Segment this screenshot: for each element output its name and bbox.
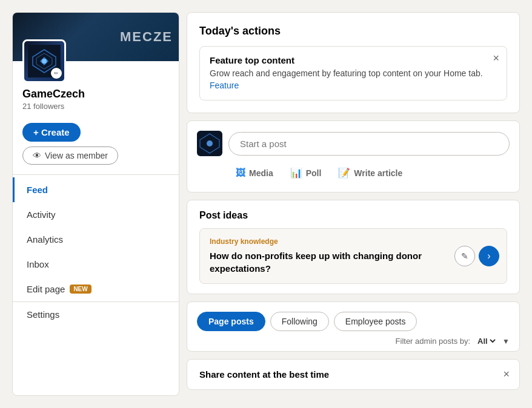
post-ideas-card: Post ideas Industry knowledge How do non… (187, 200, 520, 294)
idea-card: Industry knowledge How do non-profits ke… (199, 228, 507, 284)
sidebar: MECZE ✏ GameCzech 21 followers + Create (12, 12, 179, 396)
feature-link[interactable]: Feature (210, 81, 239, 90)
article-icon: 📝 (338, 167, 350, 179)
edit-pencil-icon[interactable]: ✏ (51, 68, 62, 79)
view-member-button[interactable]: 👁 View as member (22, 146, 118, 165)
svg-point-4 (42, 59, 47, 64)
sidebar-info: GameCzech 21 followers (13, 88, 179, 118)
tabs-section: Page posts Following Employee posts Filt… (187, 301, 520, 352)
svg-point-7 (207, 140, 213, 146)
settings-label: Settings (27, 309, 59, 320)
chevron-right-icon: › (487, 251, 490, 262)
eye-icon: 👁 (33, 151, 41, 160)
next-idea-button[interactable]: › (479, 246, 499, 266)
todays-actions-title: Today's actions (199, 25, 507, 38)
close-icon[interactable]: × (493, 53, 499, 64)
media-label: Media (249, 168, 273, 178)
main-content: Today's actions Feature top content Grow… (187, 12, 520, 396)
view-member-label: View as member (45, 151, 108, 160)
feed-label: Feed (27, 185, 48, 195)
avatar-wrap: ✏ (13, 39, 179, 83)
todays-actions-card: Today's actions Feature top content Grow… (187, 12, 520, 113)
tab-employee-posts[interactable]: Employee posts (334, 312, 417, 331)
tab-page-posts[interactable]: Page posts (197, 312, 265, 331)
tab-following[interactable]: Following (270, 312, 329, 331)
filter-label: Filter admin posts by: (396, 337, 471, 346)
feature-card-title: Feature top content (210, 55, 497, 65)
media-button[interactable]: 🖼 Media (228, 164, 281, 182)
post-actions-row: 🖼 Media 📊 Poll 📝 Write article (197, 163, 510, 182)
sidebar-item-analytics[interactable]: Analytics (13, 227, 179, 252)
activity-label: Activity (27, 209, 56, 220)
article-label: Write article (354, 168, 402, 178)
idea-category: Industry knowledge (210, 237, 497, 246)
analytics-label: Analytics (27, 234, 63, 245)
company-name: GameCzech (22, 88, 169, 100)
feature-desc-text: Grow reach and engagement by featuring t… (210, 68, 483, 78)
sidebar-item-feed[interactable]: Feed (13, 177, 179, 202)
sidebar-nav: Feed Activity Analytics Inbox Edit page … (13, 175, 179, 329)
followers-count: 21 followers (22, 102, 169, 111)
feature-card-desc: Grow reach and engagement by featuring t… (210, 68, 497, 91)
tabs-row: Page posts Following Employee posts (197, 309, 510, 336)
post-input-row (197, 131, 510, 156)
poll-label: Poll (306, 168, 322, 178)
edit-icon: ✎ (461, 251, 468, 261)
edit-idea-button[interactable]: ✎ (454, 246, 475, 266)
sidebar-actions: + Create 👁 View as member (13, 118, 179, 174)
idea-text: How do non-profits keep up with changing… (210, 249, 497, 275)
sidebar-item-settings[interactable]: Settings (13, 302, 179, 327)
company-avatar: ✏ (22, 39, 66, 83)
media-icon: 🖼 (236, 168, 245, 179)
create-button[interactable]: + Create (22, 123, 81, 142)
write-article-button[interactable]: 📝 Write article (331, 163, 410, 182)
sidebar-item-activity[interactable]: Activity (13, 202, 179, 227)
feature-content-card: Feature top content Grow reach and engag… (199, 46, 507, 100)
poll-button[interactable]: 📊 Poll (283, 163, 329, 182)
post-avatar (197, 131, 222, 156)
post-area: 🖼 Media 📊 Poll 📝 Write article (187, 120, 520, 192)
poll-icon: 📊 (290, 167, 302, 179)
start-post-input[interactable] (228, 132, 510, 156)
filter-select[interactable]: All (475, 336, 497, 346)
inbox-label: Inbox (27, 259, 49, 269)
filter-row: Filter admin posts by: All ▼ (197, 336, 510, 346)
chevron-down-icon: ▼ (502, 337, 510, 346)
close-icon[interactable]: × (503, 368, 510, 381)
post-ideas-title: Post ideas (199, 210, 507, 221)
edit-page-label: Edit page (27, 284, 65, 294)
sidebar-item-edit-page[interactable]: Edit page NEW (13, 277, 179, 301)
share-content-card: Share content at the best time × (187, 359, 520, 390)
idea-actions: ✎ › (454, 246, 499, 266)
sidebar-item-inbox[interactable]: Inbox (13, 252, 179, 277)
new-badge: NEW (70, 285, 91, 294)
share-card-title: Share content at the best time (199, 369, 507, 380)
